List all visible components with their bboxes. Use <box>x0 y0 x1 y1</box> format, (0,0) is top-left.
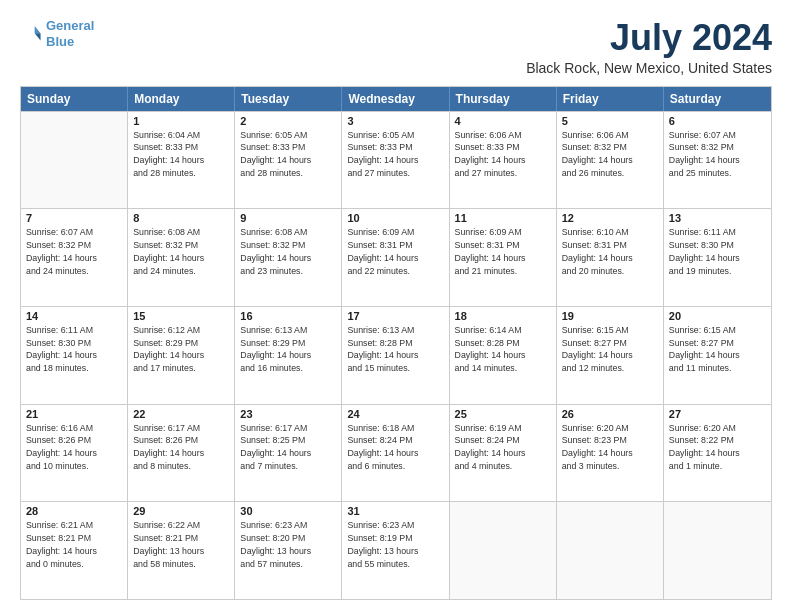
day-number: 31 <box>347 505 443 517</box>
day-number: 18 <box>455 310 551 322</box>
calendar-cell: 24Sunrise: 6:18 AMSunset: 8:24 PMDayligh… <box>342 405 449 502</box>
calendar-cell: 26Sunrise: 6:20 AMSunset: 8:23 PMDayligh… <box>557 405 664 502</box>
day-info: Sunrise: 6:11 AMSunset: 8:30 PMDaylight:… <box>26 324 122 375</box>
calendar-week-3: 21Sunrise: 6:16 AMSunset: 8:26 PMDayligh… <box>21 404 771 502</box>
day-number: 3 <box>347 115 443 127</box>
day-number: 29 <box>133 505 229 517</box>
calendar-cell: 13Sunrise: 6:11 AMSunset: 8:30 PMDayligh… <box>664 209 771 306</box>
day-number: 1 <box>133 115 229 127</box>
day-number: 25 <box>455 408 551 420</box>
day-number: 21 <box>26 408 122 420</box>
day-number: 19 <box>562 310 658 322</box>
calendar-header-cell: Monday <box>128 87 235 111</box>
calendar-cell: 28Sunrise: 6:21 AMSunset: 8:21 PMDayligh… <box>21 502 128 599</box>
day-info: Sunrise: 6:11 AMSunset: 8:30 PMDaylight:… <box>669 226 766 277</box>
day-info: Sunrise: 6:18 AMSunset: 8:24 PMDaylight:… <box>347 422 443 473</box>
calendar-cell: 17Sunrise: 6:13 AMSunset: 8:28 PMDayligh… <box>342 307 449 404</box>
calendar-cell: 8Sunrise: 6:08 AMSunset: 8:32 PMDaylight… <box>128 209 235 306</box>
day-info: Sunrise: 6:17 AMSunset: 8:26 PMDaylight:… <box>133 422 229 473</box>
day-info: Sunrise: 6:08 AMSunset: 8:32 PMDaylight:… <box>240 226 336 277</box>
calendar-cell: 25Sunrise: 6:19 AMSunset: 8:24 PMDayligh… <box>450 405 557 502</box>
day-info: Sunrise: 6:22 AMSunset: 8:21 PMDaylight:… <box>133 519 229 570</box>
day-info: Sunrise: 6:06 AMSunset: 8:32 PMDaylight:… <box>562 129 658 180</box>
day-number: 16 <box>240 310 336 322</box>
day-info: Sunrise: 6:07 AMSunset: 8:32 PMDaylight:… <box>669 129 766 180</box>
calendar-cell: 16Sunrise: 6:13 AMSunset: 8:29 PMDayligh… <box>235 307 342 404</box>
day-info: Sunrise: 6:13 AMSunset: 8:28 PMDaylight:… <box>347 324 443 375</box>
calendar-cell: 14Sunrise: 6:11 AMSunset: 8:30 PMDayligh… <box>21 307 128 404</box>
day-info: Sunrise: 6:10 AMSunset: 8:31 PMDaylight:… <box>562 226 658 277</box>
day-info: Sunrise: 6:20 AMSunset: 8:23 PMDaylight:… <box>562 422 658 473</box>
day-number: 11 <box>455 212 551 224</box>
calendar-header-cell: Thursday <box>450 87 557 111</box>
calendar-header-cell: Friday <box>557 87 664 111</box>
title-block: July 2024 Black Rock, New Mexico, United… <box>526 18 772 76</box>
day-info: Sunrise: 6:05 AMSunset: 8:33 PMDaylight:… <box>347 129 443 180</box>
day-number: 27 <box>669 408 766 420</box>
day-number: 10 <box>347 212 443 224</box>
day-number: 13 <box>669 212 766 224</box>
calendar-cell: 3Sunrise: 6:05 AMSunset: 8:33 PMDaylight… <box>342 112 449 209</box>
logo-icon <box>20 23 42 45</box>
day-info: Sunrise: 6:19 AMSunset: 8:24 PMDaylight:… <box>455 422 551 473</box>
day-info: Sunrise: 6:09 AMSunset: 8:31 PMDaylight:… <box>455 226 551 277</box>
svg-marker-0 <box>35 26 41 33</box>
calendar-cell <box>664 502 771 599</box>
calendar-cell: 10Sunrise: 6:09 AMSunset: 8:31 PMDayligh… <box>342 209 449 306</box>
calendar-week-2: 14Sunrise: 6:11 AMSunset: 8:30 PMDayligh… <box>21 306 771 404</box>
day-info: Sunrise: 6:15 AMSunset: 8:27 PMDaylight:… <box>562 324 658 375</box>
day-number: 12 <box>562 212 658 224</box>
day-number: 28 <box>26 505 122 517</box>
day-info: Sunrise: 6:20 AMSunset: 8:22 PMDaylight:… <box>669 422 766 473</box>
calendar-cell: 21Sunrise: 6:16 AMSunset: 8:26 PMDayligh… <box>21 405 128 502</box>
calendar-cell: 7Sunrise: 6:07 AMSunset: 8:32 PMDaylight… <box>21 209 128 306</box>
calendar-cell: 23Sunrise: 6:17 AMSunset: 8:25 PMDayligh… <box>235 405 342 502</box>
day-info: Sunrise: 6:13 AMSunset: 8:29 PMDaylight:… <box>240 324 336 375</box>
calendar-cell: 5Sunrise: 6:06 AMSunset: 8:32 PMDaylight… <box>557 112 664 209</box>
calendar-cell <box>21 112 128 209</box>
calendar-week-1: 7Sunrise: 6:07 AMSunset: 8:32 PMDaylight… <box>21 208 771 306</box>
day-info: Sunrise: 6:05 AMSunset: 8:33 PMDaylight:… <box>240 129 336 180</box>
calendar-cell: 6Sunrise: 6:07 AMSunset: 8:32 PMDaylight… <box>664 112 771 209</box>
calendar-header-row: SundayMondayTuesdayWednesdayThursdayFrid… <box>21 87 771 111</box>
calendar-header-cell: Wednesday <box>342 87 449 111</box>
calendar-cell: 19Sunrise: 6:15 AMSunset: 8:27 PMDayligh… <box>557 307 664 404</box>
calendar-cell: 1Sunrise: 6:04 AMSunset: 8:33 PMDaylight… <box>128 112 235 209</box>
subtitle: Black Rock, New Mexico, United States <box>526 60 772 76</box>
page: General Blue July 2024 Black Rock, New M… <box>0 0 792 612</box>
day-number: 15 <box>133 310 229 322</box>
header: General Blue July 2024 Black Rock, New M… <box>20 18 772 76</box>
day-info: Sunrise: 6:14 AMSunset: 8:28 PMDaylight:… <box>455 324 551 375</box>
calendar-cell: 12Sunrise: 6:10 AMSunset: 8:31 PMDayligh… <box>557 209 664 306</box>
calendar-cell: 18Sunrise: 6:14 AMSunset: 8:28 PMDayligh… <box>450 307 557 404</box>
calendar-cell <box>557 502 664 599</box>
day-number: 5 <box>562 115 658 127</box>
day-number: 8 <box>133 212 229 224</box>
calendar-cell: 27Sunrise: 6:20 AMSunset: 8:22 PMDayligh… <box>664 405 771 502</box>
calendar-week-0: 1Sunrise: 6:04 AMSunset: 8:33 PMDaylight… <box>21 111 771 209</box>
day-number: 26 <box>562 408 658 420</box>
day-info: Sunrise: 6:15 AMSunset: 8:27 PMDaylight:… <box>669 324 766 375</box>
day-number: 24 <box>347 408 443 420</box>
day-number: 7 <box>26 212 122 224</box>
day-info: Sunrise: 6:06 AMSunset: 8:33 PMDaylight:… <box>455 129 551 180</box>
day-info: Sunrise: 6:12 AMSunset: 8:29 PMDaylight:… <box>133 324 229 375</box>
calendar-header-cell: Saturday <box>664 87 771 111</box>
calendar: SundayMondayTuesdayWednesdayThursdayFrid… <box>20 86 772 600</box>
logo-line1: General <box>46 18 94 33</box>
day-number: 9 <box>240 212 336 224</box>
calendar-cell: 11Sunrise: 6:09 AMSunset: 8:31 PMDayligh… <box>450 209 557 306</box>
calendar-cell: 15Sunrise: 6:12 AMSunset: 8:29 PMDayligh… <box>128 307 235 404</box>
day-number: 23 <box>240 408 336 420</box>
day-number: 20 <box>669 310 766 322</box>
day-info: Sunrise: 6:23 AMSunset: 8:19 PMDaylight:… <box>347 519 443 570</box>
svg-marker-1 <box>35 33 41 40</box>
day-info: Sunrise: 6:23 AMSunset: 8:20 PMDaylight:… <box>240 519 336 570</box>
calendar-cell <box>450 502 557 599</box>
logo-line2: Blue <box>46 34 74 49</box>
main-title: July 2024 <box>526 18 772 58</box>
day-number: 17 <box>347 310 443 322</box>
calendar-cell: 29Sunrise: 6:22 AMSunset: 8:21 PMDayligh… <box>128 502 235 599</box>
day-number: 6 <box>669 115 766 127</box>
day-info: Sunrise: 6:17 AMSunset: 8:25 PMDaylight:… <box>240 422 336 473</box>
